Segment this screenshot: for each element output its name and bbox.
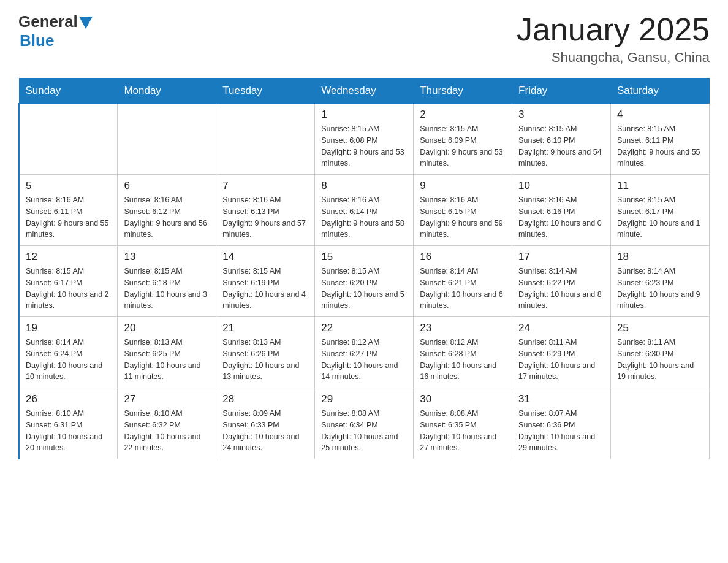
- day-number: 27: [124, 393, 210, 405]
- logo-blue-text: Blue: [20, 31, 54, 50]
- day-info: Sunrise: 8:15 AM Sunset: 6:10 PM Dayligh…: [518, 123, 604, 169]
- day-info: Sunrise: 8:08 AM Sunset: 6:35 PM Dayligh…: [420, 408, 506, 454]
- day-info: Sunrise: 8:14 AM Sunset: 6:24 PM Dayligh…: [26, 337, 111, 383]
- weekday-header-thursday: Thursday: [414, 79, 512, 104]
- calendar-cell: 9Sunrise: 8:16 AM Sunset: 6:15 PM Daylig…: [414, 175, 512, 246]
- calendar-subtitle: Shuangcha, Gansu, China: [517, 50, 710, 66]
- calendar-cell: 16Sunrise: 8:14 AM Sunset: 6:21 PM Dayli…: [414, 246, 512, 317]
- logo: General Blue: [18, 12, 93, 50]
- day-number: 9: [420, 180, 506, 192]
- calendar-week-row: 5Sunrise: 8:16 AM Sunset: 6:11 PM Daylig…: [19, 175, 710, 246]
- day-info: Sunrise: 8:07 AM Sunset: 6:36 PM Dayligh…: [518, 408, 604, 454]
- day-info: Sunrise: 8:15 AM Sunset: 6:09 PM Dayligh…: [420, 123, 506, 169]
- calendar-cell: [611, 388, 710, 459]
- calendar-cell: 10Sunrise: 8:16 AM Sunset: 6:16 PM Dayli…: [512, 175, 611, 246]
- day-number: 6: [124, 180, 210, 192]
- page-header: General Blue January 2025 Shuangcha, Gan…: [18, 12, 710, 66]
- day-info: Sunrise: 8:16 AM Sunset: 6:14 PM Dayligh…: [321, 194, 407, 240]
- calendar-week-row: 1Sunrise: 8:15 AM Sunset: 6:08 PM Daylig…: [19, 104, 710, 175]
- day-info: Sunrise: 8:08 AM Sunset: 6:34 PM Dayligh…: [321, 408, 407, 454]
- calendar-cell: 1Sunrise: 8:15 AM Sunset: 6:08 PM Daylig…: [315, 104, 414, 175]
- calendar-cell: [19, 104, 118, 175]
- day-number: 11: [617, 180, 703, 192]
- day-number: 28: [222, 393, 308, 405]
- calendar-cell: 28Sunrise: 8:09 AM Sunset: 6:33 PM Dayli…: [216, 388, 315, 459]
- svg-marker-0: [79, 17, 93, 29]
- day-info: Sunrise: 8:16 AM Sunset: 6:13 PM Dayligh…: [222, 194, 308, 240]
- day-number: 20: [124, 322, 210, 334]
- calendar-title: January 2025: [517, 12, 710, 47]
- day-number: 5: [26, 180, 111, 192]
- day-number: 25: [617, 322, 703, 334]
- day-number: 1: [321, 109, 407, 121]
- weekday-header-row: SundayMondayTuesdayWednesdayThursdayFrid…: [19, 79, 710, 104]
- day-number: 2: [420, 109, 506, 121]
- day-number: 16: [420, 251, 506, 263]
- day-info: Sunrise: 8:09 AM Sunset: 6:33 PM Dayligh…: [222, 408, 308, 454]
- day-info: Sunrise: 8:14 AM Sunset: 6:22 PM Dayligh…: [518, 266, 604, 312]
- calendar-cell: 29Sunrise: 8:08 AM Sunset: 6:34 PM Dayli…: [315, 388, 414, 459]
- day-number: 29: [321, 393, 407, 405]
- day-number: 19: [26, 322, 111, 334]
- day-number: 18: [617, 251, 703, 263]
- day-number: 3: [518, 109, 604, 121]
- calendar-cell: [216, 104, 315, 175]
- day-number: 24: [518, 322, 604, 334]
- calendar-cell: 12Sunrise: 8:15 AM Sunset: 6:17 PM Dayli…: [19, 246, 118, 317]
- day-info: Sunrise: 8:11 AM Sunset: 6:29 PM Dayligh…: [518, 337, 604, 383]
- day-number: 4: [617, 109, 703, 121]
- logo-general-text: General: [18, 12, 78, 31]
- calendar-cell: 25Sunrise: 8:11 AM Sunset: 6:30 PM Dayli…: [611, 317, 710, 388]
- day-info: Sunrise: 8:15 AM Sunset: 6:08 PM Dayligh…: [321, 123, 407, 169]
- day-info: Sunrise: 8:14 AM Sunset: 6:23 PM Dayligh…: [617, 266, 703, 312]
- day-info: Sunrise: 8:12 AM Sunset: 6:28 PM Dayligh…: [420, 337, 506, 383]
- calendar-cell: 30Sunrise: 8:08 AM Sunset: 6:35 PM Dayli…: [414, 388, 512, 459]
- day-info: Sunrise: 8:15 AM Sunset: 6:17 PM Dayligh…: [26, 266, 111, 312]
- calendar-cell: 22Sunrise: 8:12 AM Sunset: 6:27 PM Dayli…: [315, 317, 414, 388]
- weekday-header-saturday: Saturday: [611, 79, 710, 104]
- day-number: 15: [321, 251, 407, 263]
- weekday-header-sunday: Sunday: [19, 79, 118, 104]
- calendar-table: SundayMondayTuesdayWednesdayThursdayFrid…: [18, 78, 710, 459]
- day-info: Sunrise: 8:15 AM Sunset: 6:17 PM Dayligh…: [617, 194, 703, 240]
- day-number: 14: [222, 251, 308, 263]
- calendar-cell: 19Sunrise: 8:14 AM Sunset: 6:24 PM Dayli…: [19, 317, 118, 388]
- calendar-cell: 7Sunrise: 8:16 AM Sunset: 6:13 PM Daylig…: [216, 175, 315, 246]
- calendar-cell: 23Sunrise: 8:12 AM Sunset: 6:28 PM Dayli…: [414, 317, 512, 388]
- day-info: Sunrise: 8:13 AM Sunset: 6:26 PM Dayligh…: [222, 337, 308, 383]
- calendar-cell: [118, 104, 216, 175]
- day-info: Sunrise: 8:12 AM Sunset: 6:27 PM Dayligh…: [321, 337, 407, 383]
- day-info: Sunrise: 8:16 AM Sunset: 6:16 PM Dayligh…: [518, 194, 604, 240]
- day-info: Sunrise: 8:14 AM Sunset: 6:21 PM Dayligh…: [420, 266, 506, 312]
- day-info: Sunrise: 8:16 AM Sunset: 6:15 PM Dayligh…: [420, 194, 506, 240]
- calendar-cell: 4Sunrise: 8:15 AM Sunset: 6:11 PM Daylig…: [611, 104, 710, 175]
- day-number: 30: [420, 393, 506, 405]
- day-number: 26: [26, 393, 111, 405]
- calendar-cell: 17Sunrise: 8:14 AM Sunset: 6:22 PM Dayli…: [512, 246, 611, 317]
- day-number: 8: [321, 180, 407, 192]
- day-number: 21: [222, 322, 308, 334]
- day-info: Sunrise: 8:11 AM Sunset: 6:30 PM Dayligh…: [617, 337, 703, 383]
- weekday-header-wednesday: Wednesday: [315, 79, 414, 104]
- calendar-cell: 11Sunrise: 8:15 AM Sunset: 6:17 PM Dayli…: [611, 175, 710, 246]
- day-info: Sunrise: 8:10 AM Sunset: 6:32 PM Dayligh…: [124, 408, 210, 454]
- weekday-header-friday: Friday: [512, 79, 611, 104]
- calendar-cell: 2Sunrise: 8:15 AM Sunset: 6:09 PM Daylig…: [414, 104, 512, 175]
- calendar-cell: 6Sunrise: 8:16 AM Sunset: 6:12 PM Daylig…: [118, 175, 216, 246]
- calendar-week-row: 26Sunrise: 8:10 AM Sunset: 6:31 PM Dayli…: [19, 388, 710, 459]
- day-info: Sunrise: 8:16 AM Sunset: 6:11 PM Dayligh…: [26, 194, 111, 240]
- calendar-cell: 20Sunrise: 8:13 AM Sunset: 6:25 PM Dayli…: [118, 317, 216, 388]
- day-info: Sunrise: 8:16 AM Sunset: 6:12 PM Dayligh…: [124, 194, 210, 240]
- weekday-header-monday: Monday: [118, 79, 216, 104]
- calendar-week-row: 19Sunrise: 8:14 AM Sunset: 6:24 PM Dayli…: [19, 317, 710, 388]
- day-number: 13: [124, 251, 210, 263]
- day-info: Sunrise: 8:13 AM Sunset: 6:25 PM Dayligh…: [124, 337, 210, 383]
- weekday-header-tuesday: Tuesday: [216, 79, 315, 104]
- calendar-cell: 8Sunrise: 8:16 AM Sunset: 6:14 PM Daylig…: [315, 175, 414, 246]
- calendar-cell: 26Sunrise: 8:10 AM Sunset: 6:31 PM Dayli…: [19, 388, 118, 459]
- calendar-cell: 31Sunrise: 8:07 AM Sunset: 6:36 PM Dayli…: [512, 388, 611, 459]
- day-info: Sunrise: 8:15 AM Sunset: 6:11 PM Dayligh…: [617, 123, 703, 169]
- day-number: 22: [321, 322, 407, 334]
- calendar-cell: 13Sunrise: 8:15 AM Sunset: 6:18 PM Dayli…: [118, 246, 216, 317]
- calendar-cell: 24Sunrise: 8:11 AM Sunset: 6:29 PM Dayli…: [512, 317, 611, 388]
